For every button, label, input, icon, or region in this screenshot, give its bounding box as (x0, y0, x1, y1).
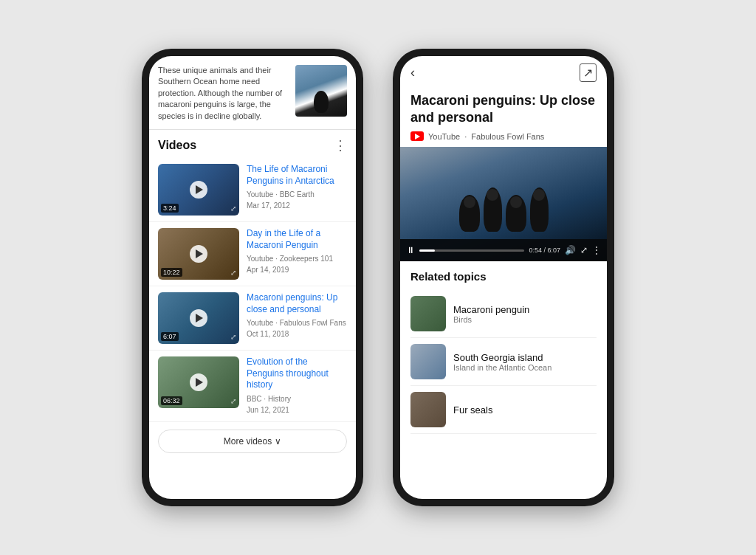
volume-icon[interactable]: 🔊 (565, 245, 576, 255)
detail-header: ‹ ↗ (400, 56, 607, 89)
current-time: 0:54 (529, 247, 542, 254)
more-videos-label: More videos (224, 436, 272, 447)
video-title-1[interactable]: The Life of Macaroni Penguins in Antarct… (247, 164, 347, 187)
phone-2-screen: ‹ ↗ Macaroni penguins: Up close and pers… (400, 56, 607, 499)
video-source-1: Youtube · BBC Earth (247, 189, 347, 200)
duration-2: 10:22 (161, 268, 182, 277)
penguin-sil-2 (484, 187, 502, 232)
player-video-content (400, 147, 607, 239)
video-item-2[interactable]: 10:22 ⤢ Day in the Life of a Macaroni Pe… (149, 222, 356, 286)
video-date-1: Mar 17, 2012 (247, 200, 347, 211)
video-thumb-1: 3:24 ⤢ (158, 164, 239, 216)
penguin-sil-4 (530, 187, 549, 232)
phone-1: These unique animals and their Southern … (142, 49, 363, 506)
expand-icon-1: ⤢ (230, 204, 236, 213)
penguin-sil-3 (506, 195, 526, 232)
video-info-2: Day in the Life of a Macaroni Penguin Yo… (247, 228, 347, 280)
video-title-3[interactable]: Macaroni penguins: Up close and personal (247, 292, 347, 315)
source-separator: · (464, 132, 467, 141)
videos-title: Videos (158, 139, 196, 152)
topic-name-3: Fur seals (453, 404, 492, 416)
video-info-1: The Life of Macaroni Penguins in Antarct… (247, 164, 347, 216)
play-icon-2 (190, 245, 207, 263)
play-icon-1 (190, 181, 207, 199)
player-controls: ⏸ 0:54 / 6:07 🔊 ⤢ ⋮ (400, 239, 607, 261)
penguin-image (295, 65, 347, 117)
video-source-2: Youtube · Zookeepers 101 (247, 253, 347, 264)
more-options-icon[interactable]: ⋮ (334, 137, 347, 154)
source-name: YouTube (428, 132, 460, 141)
topic-item-3[interactable]: Fur seals (410, 386, 597, 434)
duration-1: 3:24 (161, 204, 179, 213)
related-topics-section: Related topics Macaroni penguin Birds So… (400, 261, 607, 434)
topic-item-2[interactable]: South Georgia island Island in the Atlan… (410, 338, 597, 386)
video-info-4: Evolution of the Penguins throughout his… (247, 356, 347, 416)
topic-thumb-seals (410, 392, 446, 427)
related-topics-title: Related topics (410, 270, 597, 283)
video-thumb-4: 06:32 ⤢ (158, 356, 239, 408)
fullscreen-icon[interactable]: ⤢ (580, 245, 588, 255)
phone-2-content: ‹ ↗ Macaroni penguins: Up close and pers… (400, 56, 607, 499)
back-button[interactable]: ‹ (410, 65, 415, 80)
playback-time: 0:54 / 6:07 (529, 247, 560, 254)
video-source-3: Youtube · Fabulous Fowl Fans (247, 317, 347, 328)
chevron-down-icon: ∨ (275, 436, 281, 447)
phone-1-content: These unique animals and their Southern … (149, 56, 356, 499)
video-date-2: Apr 14, 2019 (247, 264, 347, 275)
expand-icon-2: ⤢ (230, 269, 236, 277)
more-options-icon[interactable]: ⋮ (592, 245, 601, 255)
video-title-4[interactable]: Evolution of the Penguins throughout his… (247, 356, 347, 391)
top-description: These unique animals and their Southern … (158, 65, 288, 122)
duration-4: 06:32 (161, 396, 182, 405)
detail-title: Macaroni penguins: Up close and personal (400, 89, 607, 131)
penguin-thumbnail (295, 65, 347, 117)
topic-thumb-penguin (410, 296, 446, 331)
play-icon-4 (190, 373, 207, 391)
pause-button[interactable]: ⏸ (406, 245, 415, 255)
video-item-1[interactable]: 3:24 ⤢ The Life of Macaroni Penguins in … (149, 158, 356, 222)
video-player[interactable]: ⏸ 0:54 / 6:07 🔊 ⤢ ⋮ (400, 147, 607, 261)
expand-icon-3: ⤢ (230, 333, 236, 341)
topic-info-2: South Georgia island Island in the Atlan… (453, 352, 551, 372)
video-thumb-3: 6:07 ⤢ (158, 292, 239, 344)
video-item-3[interactable]: 6:07 ⤢ Macaroni penguins: Up close and p… (149, 286, 356, 351)
topic-info-1: Macaroni penguin Birds (453, 304, 529, 324)
progress-bar[interactable] (419, 249, 524, 252)
duration-3: 6:07 (161, 332, 179, 341)
expand-icon-4: ⤢ (230, 397, 236, 405)
video-date-3: Oct 11, 2018 (247, 328, 347, 339)
more-videos-button[interactable]: More videos ∨ (158, 430, 347, 453)
video-info-3: Macaroni penguins: Up close and personal… (247, 292, 347, 344)
top-text-block: These unique animals and their Southern … (149, 56, 356, 130)
progress-fill (419, 249, 435, 252)
phone-2: ‹ ↗ Macaroni penguins: Up close and pers… (393, 49, 614, 506)
topic-sub-2: Island in the Atlantic Ocean (453, 363, 551, 372)
topic-name-1: Macaroni penguin (453, 304, 529, 315)
video-title-2[interactable]: Day in the Life of a Macaroni Penguin (247, 228, 347, 251)
video-thumb-2: 10:22 ⤢ (158, 228, 239, 280)
topic-sub-1: Birds (453, 315, 529, 324)
video-date-4: Jun 12, 2021 (247, 404, 347, 416)
video-source-4: BBC · History (247, 393, 347, 404)
external-link-icon[interactable]: ↗ (580, 63, 597, 82)
topic-info-3: Fur seals (453, 404, 492, 416)
topic-thumb-island (410, 344, 446, 379)
video-item-4[interactable]: 06:32 ⤢ Evolution of the Penguins throug… (149, 351, 356, 422)
penguin-sil-1 (459, 195, 480, 232)
youtube-icon (410, 131, 424, 141)
total-time: 6:07 (547, 247, 560, 254)
source-channel: Fabulous Fowl Fans (471, 132, 544, 141)
phone-1-screen: These unique animals and their Southern … (149, 56, 356, 499)
detail-source: YouTube · Fabulous Fowl Fans (400, 131, 607, 147)
play-icon-3 (190, 309, 207, 327)
videos-section-header: Videos ⋮ (149, 130, 356, 158)
topic-item-1[interactable]: Macaroni penguin Birds (410, 290, 597, 338)
topic-name-2: South Georgia island (453, 352, 551, 363)
